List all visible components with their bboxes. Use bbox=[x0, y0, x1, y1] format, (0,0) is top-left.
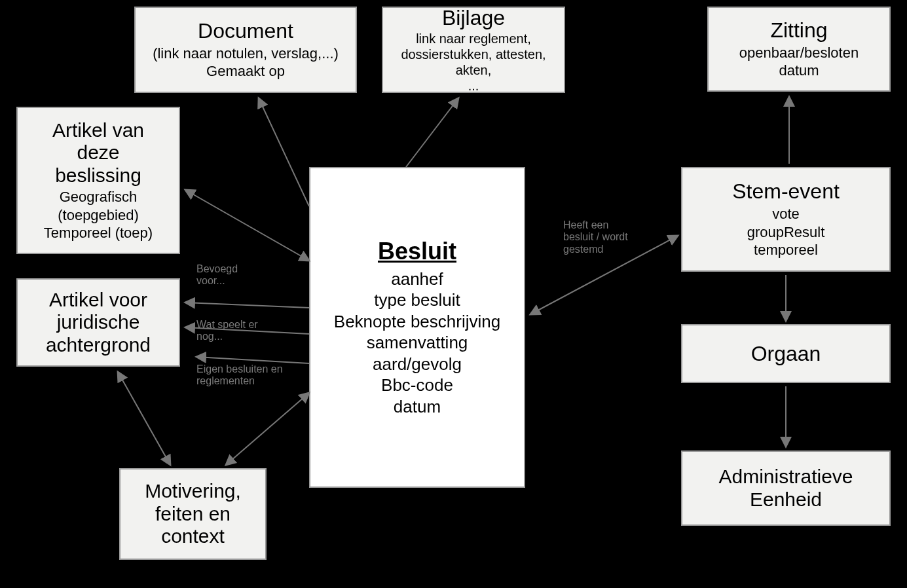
svg-line-11 bbox=[196, 357, 309, 363]
node-sub: (link naar notulen, verslag,...) Gemaakt… bbox=[153, 45, 339, 81]
svg-line-1 bbox=[406, 98, 458, 167]
edge-label-bevoegd: Bevoegd voor... bbox=[196, 263, 238, 287]
node-artikel-juridisch: Artikel voor juridische achtergrond bbox=[16, 278, 180, 367]
node-sub: aanhef type besluit Beknopte beschrijvin… bbox=[334, 268, 500, 418]
node-admin-eenheid: Administratieve Eenheid bbox=[681, 450, 891, 526]
node-sub: openbaar/besloten datum bbox=[739, 44, 859, 80]
svg-line-2 bbox=[185, 190, 309, 261]
node-title: Orgaan bbox=[751, 342, 821, 366]
node-title: Artikel van deze beslissing bbox=[52, 119, 144, 187]
node-title: Artikel voor juridische achtergrond bbox=[46, 289, 151, 357]
svg-line-6 bbox=[118, 372, 170, 465]
edge-label-wat-speelt: Wat speelt er nog... bbox=[196, 319, 258, 343]
node-document: Document (link naar notulen, verslag,...… bbox=[134, 7, 357, 93]
node-title: Motivering, feiten en context bbox=[145, 480, 241, 548]
node-sub: Geografisch (toepgebied) Temporeel (toep… bbox=[44, 188, 153, 242]
node-zitting: Zitting openbaar/besloten datum bbox=[707, 7, 891, 92]
node-sub: link naar reglement, dossierstukken, att… bbox=[387, 31, 560, 94]
node-bijlage: Bijlage link naar reglement, dossierstuk… bbox=[382, 7, 565, 93]
node-title: Administratieve Eenheid bbox=[718, 466, 853, 511]
node-title: Document bbox=[198, 19, 293, 43]
edge-label-heeft-besluit: Heeft een besluit / wordt gestemd bbox=[563, 219, 628, 255]
node-title: Zitting bbox=[770, 18, 827, 43]
node-title: Besluit bbox=[378, 238, 456, 265]
node-motivering: Motivering, feiten en context bbox=[119, 468, 267, 560]
node-title: Bijlage bbox=[442, 6, 505, 30]
node-sub: vote groupResult temporeel bbox=[747, 205, 825, 259]
node-besluit: Besluit aanhef type besluit Beknopte bes… bbox=[309, 167, 525, 488]
node-title: Stem-event bbox=[732, 179, 840, 204]
node-orgaan: Orgaan bbox=[681, 324, 891, 383]
node-stem-event: Stem-event vote groupResult temporeel bbox=[681, 167, 891, 272]
edge-label-eigen-besluiten: Eigen besluiten en reglementen bbox=[196, 363, 283, 388]
node-artikel-beslissing: Artikel van deze beslissing Geografisch … bbox=[16, 107, 180, 254]
svg-line-0 bbox=[259, 98, 309, 206]
svg-line-5 bbox=[226, 393, 309, 465]
svg-line-3 bbox=[185, 303, 309, 308]
